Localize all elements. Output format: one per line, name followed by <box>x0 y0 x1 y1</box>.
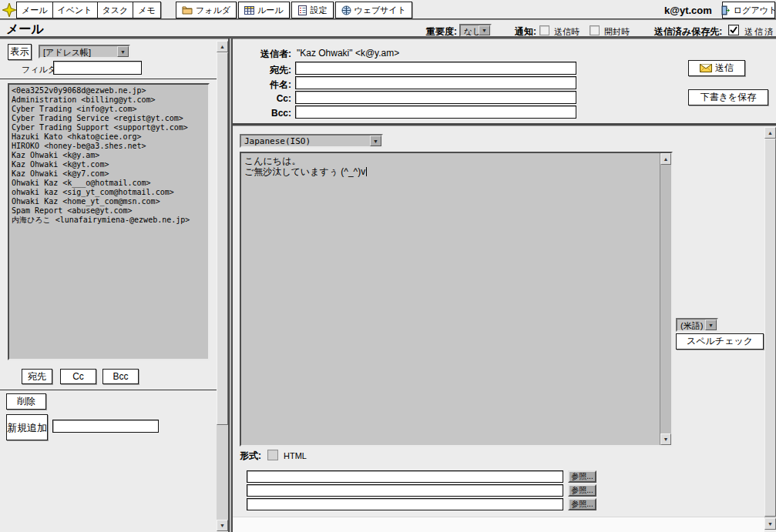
settings-button[interactable]: 設定 <box>291 2 334 18</box>
scrollbar-track[interactable] <box>764 139 776 518</box>
compose-divider <box>233 123 776 126</box>
bcc-input[interactable] <box>295 105 576 119</box>
divider <box>0 390 218 390</box>
address-list-item[interactable]: 内海ひろこ <lunafairymiena-@ezweb.ne.jp> <box>12 216 208 225</box>
folders-button-label: フォルダ <box>196 5 230 16</box>
browse-button-1[interactable]: 参照... <box>568 470 596 483</box>
address-list-item[interactable]: Cyber Trading Support <support@yt.com> <box>12 123 208 132</box>
save-draft-button[interactable]: 下書きを保存 <box>688 89 768 105</box>
delete-address-button[interactable]: 削除 <box>6 393 46 410</box>
filter-input[interactable] <box>53 61 142 75</box>
address-list-item[interactable]: Spam Report <abuse@yt.com> <box>12 206 208 216</box>
attachment-input-2[interactable] <box>247 484 563 497</box>
subject-input[interactable] <box>295 76 576 89</box>
scroll-down-button[interactable]: ▼ <box>660 433 671 445</box>
browse-label: 参照... <box>571 499 593 510</box>
address-list-item[interactable]: Administration <billing@yt.com> <box>12 95 208 105</box>
html-format-checkbox[interactable] <box>267 450 278 460</box>
envelope-icon <box>700 64 712 72</box>
new-address-input[interactable] <box>52 420 159 433</box>
address-list-item[interactable]: Ohwaki Kaz <k___o@hotmail.com> <box>12 179 208 188</box>
encoding-select[interactable]: Japanese(ISO) ▼ <box>240 134 383 148</box>
address-list-item[interactable]: Kaz Ohwaki <k@y7.com> <box>12 169 208 179</box>
address-listbox[interactable]: <0ea3252v0y9068d@ezweb.ne.jp>Administrat… <box>8 83 210 360</box>
chevron-down-icon[interactable]: ▼ <box>370 136 381 146</box>
address-list-item[interactable]: Kaz Ohwaki <k@yt.com> <box>12 160 208 169</box>
notify-on-send-checkbox[interactable] <box>539 25 549 35</box>
website-button[interactable]: ウェブサイト <box>335 2 413 18</box>
attachment-input-1[interactable] <box>247 470 563 483</box>
browse-button-2[interactable]: 参照... <box>568 484 596 497</box>
spell-language-value: (米語) <box>677 320 705 330</box>
notify-on-open-checkbox[interactable] <box>590 25 600 35</box>
tab-mail-label: メール <box>22 5 48 16</box>
website-button-label: ウェブサイト <box>354 5 407 16</box>
logout-button-label: ログアウト <box>734 5 776 16</box>
folders-button[interactable]: フォルダ <box>176 2 237 18</box>
cc-label: Cc: <box>233 93 291 104</box>
address-list-item[interactable]: Cyber Trading <info@yt.com> <box>12 105 208 114</box>
address-list-item[interactable]: Kaz Ohwaki <k@y.am> <box>12 151 208 160</box>
add-cc-recipient-button[interactable]: Cc <box>60 369 96 384</box>
address-list-item[interactable]: Cyber Trading Service <regist@yt.com> <box>12 114 208 123</box>
browse-button-3[interactable]: 参照... <box>568 498 596 510</box>
scroll-down-button[interactable]: ▼ <box>217 520 228 531</box>
show-button-label: 表示 <box>11 45 29 59</box>
from-label: 送信者: <box>233 48 291 61</box>
address-panel-scrollbar[interactable]: ▲ ▼ <box>217 41 228 531</box>
logout-button[interactable]: ログアウト <box>722 2 775 18</box>
chevron-down-icon[interactable]: ▼ <box>117 46 129 57</box>
app-star-icon <box>2 3 16 17</box>
account-email: k@yt.com <box>664 5 712 16</box>
address-list-item[interactable]: Hazuki Kato <hkato@ciee.org> <box>12 132 208 142</box>
html-format-option-label: HTML <box>284 451 307 460</box>
send-button[interactable]: 送信 <box>688 60 745 76</box>
scrollbar-track[interactable] <box>217 52 228 520</box>
send-button-label: 送信 <box>715 62 734 75</box>
cc-input[interactable] <box>295 91 576 104</box>
add-bcc-recipient-button[interactable]: Bcc <box>102 369 139 384</box>
tab-mail[interactable]: メール <box>16 2 53 18</box>
settings-icon <box>297 5 307 15</box>
bcc-label: Bcc: <box>233 108 291 119</box>
scrollbar-thumb[interactable] <box>217 52 228 425</box>
importance-select[interactable]: なし ▼ <box>459 24 492 37</box>
add-to-recipient-button[interactable]: 宛先 <box>22 369 52 384</box>
add-new-address-button[interactable]: 新規追加 <box>6 414 48 440</box>
scroll-down-button[interactable]: ▼ <box>764 518 776 530</box>
spell-language-select[interactable]: (米語) ▼ <box>676 318 718 332</box>
attachment-input-3[interactable] <box>247 498 563 510</box>
toolbar-buttons: フォルダ ルール 設定 ウェブサイト <box>176 2 412 18</box>
panel-divider[interactable] <box>228 38 233 532</box>
save-sent-checkbox[interactable] <box>728 25 739 35</box>
scrollbar-track[interactable] <box>660 165 671 433</box>
browse-label: 参照... <box>571 471 593 482</box>
show-button[interactable]: 表示 <box>8 44 32 60</box>
spellcheck-button[interactable]: スペルチェック <box>676 333 764 350</box>
compose-panel-scrollbar[interactable]: ▲ ▼ <box>764 127 776 530</box>
website-icon <box>341 5 351 15</box>
chevron-down-icon[interactable]: ▼ <box>479 25 490 35</box>
from-value: "Kaz Ohwaki" <k@y.am> <box>297 48 399 59</box>
scroll-up-button[interactable]: ▲ <box>660 153 671 165</box>
rules-icon <box>244 5 254 15</box>
address-list-item[interactable]: Ohwaki Kaz <home_yt_com@msn.com> <box>12 197 208 206</box>
address-list-item[interactable]: HIROKO <honey-be@a3.shes.net> <box>12 142 208 151</box>
tab-memo[interactable]: メモ <box>133 2 161 18</box>
tab-events[interactable]: イベント <box>52 2 98 18</box>
rules-button[interactable]: ルール <box>238 2 290 18</box>
address-list-item[interactable]: ohwaki kaz <sig_yt_com@hotmail.com> <box>12 188 208 197</box>
to-label: 宛先: <box>233 64 291 77</box>
to-input[interactable] <box>295 62 576 75</box>
message-body-scrollbar[interactable]: ▲ ▼ <box>660 153 671 445</box>
scrollbar-thumb[interactable] <box>764 139 776 517</box>
bottom-strip <box>233 517 764 532</box>
message-body-value: こんにちは。 ご無沙汰していますぅ (^_^)v <box>244 156 365 177</box>
scroll-up-button[interactable]: ▲ <box>217 41 228 52</box>
address-book-select[interactable]: [アドレス帳] ▼ <box>39 45 130 59</box>
tab-tasks[interactable]: タスク <box>97 2 134 18</box>
scroll-up-button[interactable]: ▲ <box>764 127 776 139</box>
address-list-item[interactable]: <0ea3252v0y9068d@ezweb.ne.jp> <box>12 86 208 95</box>
chevron-down-icon[interactable]: ▼ <box>705 320 717 330</box>
message-body-textarea[interactable]: こんにちは。 ご無沙汰していますぅ (^_^)v ▲ ▼ <box>240 152 673 447</box>
